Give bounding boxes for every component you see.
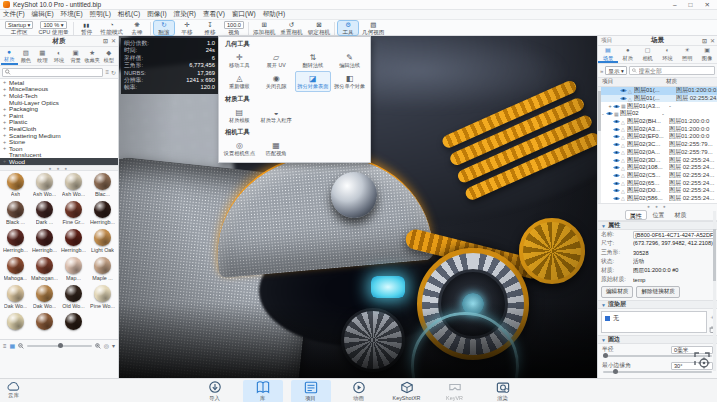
material-thumbnail[interactable]: [59, 312, 88, 339]
pause-button[interactable]: ▮▮ 暂停: [77, 21, 97, 35]
menu-item[interactable]: 照明(L): [90, 10, 111, 19]
visibility-eye-icon[interactable]: [613, 119, 620, 124]
render-layer-item[interactable]: 无: [602, 312, 706, 325]
show-dropdown[interactable]: 显示 ▾: [605, 66, 627, 75]
edit-material-button[interactable]: 编辑材质: [601, 286, 633, 298]
close-icon[interactable]: ✕: [111, 37, 116, 44]
render-layer-section-header[interactable]: ▼ 渲染层: [598, 300, 717, 309]
animation-button[interactable]: 动画: [339, 380, 379, 402]
menu-item[interactable]: 图像(I): [147, 10, 166, 19]
cpu-usage-dropdown[interactable]: 100 % ▾ CPU 使用量: [37, 21, 69, 35]
slider-thumb[interactable]: [603, 353, 608, 358]
material-thumbnail[interactable]: Fine Gr...: [59, 200, 88, 228]
expand-all-icon[interactable]: »: [600, 68, 603, 74]
dolly-button[interactable]: ↧ 推移: [200, 21, 220, 35]
properties-section-header[interactable]: ▼ 属性: [598, 221, 717, 230]
tool-item[interactable]: ◪ 拆分对象表面: [295, 71, 332, 92]
list-view-icon[interactable]: ≡: [3, 343, 7, 350]
thumbnail-size-slider[interactable]: [27, 345, 92, 347]
material-thumbnail[interactable]: Map...: [59, 256, 88, 284]
library-tab[interactable]: ● 材质: [1, 48, 18, 65]
min-edge-angle-slider[interactable]: [603, 371, 712, 373]
region-render-button[interactable]: [694, 352, 710, 370]
visibility-eye-icon[interactable]: [613, 127, 620, 132]
item-column-header[interactable]: 项目: [602, 78, 613, 86]
visibility-eye-icon[interactable]: [606, 111, 613, 116]
search-box[interactable]: [2, 68, 103, 77]
tool-item[interactable]: ◒ 材质导入程序: [258, 105, 295, 126]
slider-thumb[interactable]: [58, 343, 63, 348]
material-thumbnail[interactable]: Ash Wo...: [59, 172, 88, 200]
minimize-button[interactable]: –: [673, 1, 677, 9]
lock-camera-button[interactable]: ⊠ 锁定相机: [307, 21, 331, 35]
project-button[interactable]: 项目: [291, 380, 331, 402]
grid-view-icon[interactable]: ▦: [10, 343, 16, 350]
pan-button[interactable]: ✛ 平移: [177, 21, 197, 35]
tool-item[interactable]: ◧ 拆分单个对象: [331, 71, 368, 92]
material-thumbnail[interactable]: Pine Wo...: [88, 284, 117, 312]
project-tab[interactable]: ● 材质: [618, 47, 638, 63]
denoise-button[interactable]: ❋ 去噪: [127, 21, 147, 35]
library-button[interactable]: 库: [243, 380, 283, 402]
scrollbar-thumb[interactable]: [598, 91, 601, 131]
add-camera-button[interactable]: ⊞ 添加相机: [252, 21, 276, 35]
tool-item[interactable]: ▤ 材质模板: [221, 105, 258, 126]
material-thumbnail[interactable]: Herringb...: [59, 228, 88, 256]
round-edges-section-header[interactable]: ▼ 圆边: [598, 335, 717, 344]
workspace-dropdown[interactable]: Startup ▾ 工作区: [4, 21, 34, 35]
visibility-eye-icon[interactable]: [613, 142, 620, 147]
tool-item[interactable]: ✎ 编辑法线: [331, 50, 368, 71]
zoom-out-icon[interactable]: [18, 343, 24, 349]
library-tab[interactable]: ★ 收藏夹: [84, 48, 101, 65]
tool-item[interactable]: ✛ 移动工具: [221, 50, 258, 71]
menu-item[interactable]: 帮助(H): [263, 10, 285, 19]
material-thumbnail[interactable]: Herringb...: [30, 228, 59, 256]
scene-search-input[interactable]: [639, 68, 713, 74]
menu-item[interactable]: 文件(F): [3, 10, 25, 19]
material-thumbnail[interactable]: Maple ...: [88, 256, 117, 284]
menu-item[interactable]: 窗口(W): [232, 10, 256, 19]
library-tab[interactable]: ▣ 背景: [67, 48, 84, 65]
scrollbar[interactable]: [598, 87, 601, 203]
library-tab[interactable]: ◐ 环境: [51, 48, 68, 65]
detail-subtab[interactable]: 材质: [671, 210, 691, 220]
render-button[interactable]: 渲染: [483, 380, 523, 402]
material-thumbnail[interactable]: Dark ...: [30, 200, 59, 228]
slider-thumb[interactable]: [613, 369, 618, 374]
material-thumbnail[interactable]: Herringb...: [88, 200, 117, 228]
material-thumbnail[interactable]: Mahogan...: [30, 256, 59, 284]
visibility-eye-icon[interactable]: [613, 134, 620, 139]
project-tab[interactable]: ▤ 场景: [598, 47, 618, 63]
performance-mode-button[interactable]: ◔ 性能模式: [100, 21, 124, 35]
menu-item[interactable]: 查看(V): [203, 10, 225, 19]
material-thumbnail[interactable]: Mahoga...: [1, 256, 30, 284]
search-input[interactable]: [13, 69, 101, 75]
material-thumbnail[interactable]: Ash Wo...: [30, 172, 59, 200]
material-thumbnail[interactable]: Oak Wo...: [1, 284, 30, 312]
tool-item[interactable]: ⇅ 翻转法线: [295, 50, 332, 71]
import-button[interactable]: 导入: [195, 380, 235, 402]
detail-subtab[interactable]: 属性: [625, 210, 647, 220]
material-thumbnail[interactable]: Oak Wo...: [30, 284, 59, 312]
tool-item[interactable]: ▱ 展开 UV: [258, 50, 295, 71]
project-tab[interactable]: ☀ 照明: [677, 47, 697, 63]
menu-item[interactable]: 环境(E): [61, 10, 83, 19]
project-tab[interactable]: ◐ 环境: [657, 47, 677, 63]
visibility-eye-icon[interactable]: [613, 173, 620, 178]
maximize-button[interactable]: □: [689, 1, 693, 9]
library-tree-item[interactable]: + Wood: [0, 158, 118, 165]
visibility-eye-icon[interactable]: [613, 181, 620, 186]
material-column-header[interactable]: 材质: [666, 78, 677, 86]
material-thumbnail[interactable]: [30, 312, 59, 339]
material-thumbnail[interactable]: [1, 312, 30, 339]
keyshotxr-button[interactable]: KeyShotXR: [387, 380, 427, 402]
project-tab[interactable]: ▣ 图像: [697, 47, 717, 63]
material-thumbnail[interactable]: Herringb...: [1, 228, 30, 256]
visibility-eye-icon[interactable]: [613, 188, 620, 193]
visibility-eye-icon[interactable]: [620, 88, 627, 93]
scrollbar[interactable]: [713, 211, 716, 371]
zoom-in-icon[interactable]: [95, 343, 101, 349]
material-thumbnail[interactable]: Old Wo...: [59, 284, 88, 312]
render-layer-list[interactable]: 无 ＋: [601, 311, 707, 333]
material-thumbnail[interactable]: Blac...: [88, 172, 117, 200]
